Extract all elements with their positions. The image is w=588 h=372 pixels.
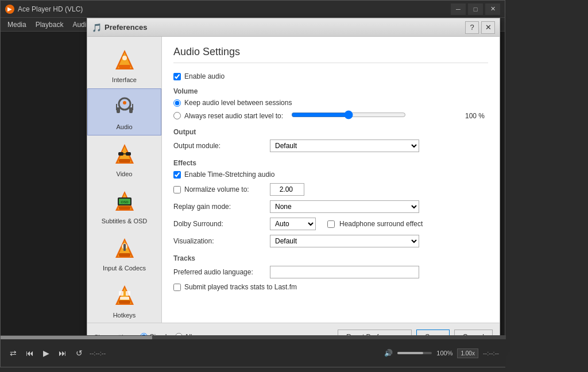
- app-titlebar: ▶ Ace Player HD (VLC) ─ □ ✕: [1, 1, 505, 18]
- effects-section-header: Effects: [173, 159, 488, 167]
- svg-rect-31: [126, 291, 130, 296]
- sidebar-item-subtitles[interactable]: OSD Subtitles & OSD: [87, 183, 161, 230]
- preferred-audio-label: Preferred audio language:: [173, 268, 265, 276]
- sidebar-item-audio[interactable]: Audio: [87, 88, 161, 135]
- player-random-button[interactable]: ⇄: [7, 347, 19, 359]
- app-titlebar-buttons: ─ □ ✕: [451, 3, 500, 15]
- hotkeys-label: Hotkeys: [113, 312, 136, 319]
- svg-rect-2: [119, 65, 130, 68]
- dialog-titlebar-buttons: ? ✕: [465, 21, 495, 34]
- enable-audio-row: Enable audio: [173, 72, 488, 80]
- sidebar-item-hotkeys[interactable]: Hotkeys: [87, 277, 161, 323]
- svg-point-3: [122, 56, 127, 60]
- svg-rect-12: [119, 159, 130, 162]
- video-icon: [111, 141, 138, 168]
- sidebar-item-video[interactable]: Video: [87, 135, 161, 183]
- preferred-audio-input[interactable]: [270, 266, 419, 278]
- dolby-select[interactable]: Auto On Off: [270, 218, 316, 230]
- subtitles-icon: OSD: [111, 188, 138, 215]
- volume-value: 100 %: [465, 112, 488, 120]
- svg-rect-24: [119, 253, 130, 257]
- lastfm-checkbox[interactable]: [173, 284, 181, 291]
- player-next-button[interactable]: ⏭: [56, 347, 69, 359]
- replay-gain-row: Replay gain mode: None Track Album: [173, 200, 488, 213]
- hotkeys-icon: [111, 282, 138, 309]
- player-play-button[interactable]: ▶: [41, 347, 52, 359]
- replay-gain-label: Replay gain mode:: [173, 203, 265, 211]
- keep-audio-label[interactable]: Keep audio level between sessions: [184, 99, 292, 107]
- reset-audio-row: Always reset audio start level to: 100 %: [173, 110, 488, 121]
- always-reset-radio[interactable]: [173, 112, 181, 119]
- dolby-label: Dolby Surround:: [173, 220, 265, 228]
- time-stretch-label[interactable]: Enable Time-Stretching audio: [184, 170, 274, 179]
- dialog-body: Interface Audio: [87, 37, 500, 323]
- normalize-checkbox[interactable]: [173, 186, 181, 193]
- interface-icon: [111, 46, 138, 74]
- visualization-label: Visualization:: [173, 237, 265, 245]
- svg-rect-29: [119, 300, 130, 304]
- dialog-titlebar: 🎵 Preferences ? ✕: [87, 18, 500, 37]
- player-prev-button[interactable]: ⏮: [24, 347, 36, 359]
- menu-playback[interactable]: Playback: [31, 18, 68, 31]
- volume-icon: 🔊: [384, 349, 393, 357]
- output-module-row: Output module: Default DirectSound WaveO…: [173, 140, 488, 152]
- normalize-spinbox[interactable]: [270, 183, 304, 196]
- output-section-header: Output: [173, 128, 488, 136]
- volume-section-header: Volume: [173, 87, 488, 95]
- dialog-title: Preferences: [105, 23, 465, 32]
- always-reset-label[interactable]: Always reset audio start level to:: [184, 112, 283, 120]
- sidebar-item-interface[interactable]: Interface: [87, 41, 161, 88]
- input-icon: [111, 235, 138, 262]
- tracks-section-header: Tracks: [173, 254, 488, 262]
- svg-rect-32: [120, 297, 129, 300]
- menu-media[interactable]: Media: [3, 18, 31, 31]
- video-label: Video: [117, 170, 133, 177]
- headphone-checkbox[interactable]: [327, 220, 335, 228]
- keep-audio-row: Keep audio level between sessions: [173, 99, 488, 107]
- player-loop-button[interactable]: ↺: [74, 347, 85, 359]
- progress-fill: [1, 336, 152, 339]
- time-stretch-checkbox[interactable]: [173, 171, 181, 179]
- lastfm-row: Submit played tracks stats to Last.fm: [173, 283, 488, 291]
- interface-label: Interface: [112, 76, 137, 83]
- svg-rect-26: [123, 244, 126, 251]
- player-bar: ⇄ ⏮ ▶ ⏭ ↺ --:--:-- 🔊 100% 1.00x --:--:--: [1, 335, 506, 367]
- volume-mini-fill: [397, 352, 423, 354]
- app-title: Ace Player HD (VLC): [18, 5, 451, 13]
- minimize-button[interactable]: ─: [451, 3, 466, 15]
- svg-point-7: [123, 101, 126, 104]
- main-content: Audio Settings Enable audio Volume Keep …: [162, 37, 500, 323]
- speed-button[interactable]: 1.00x: [457, 348, 478, 358]
- audio-icon: [111, 94, 138, 121]
- svg-rect-14: [126, 152, 131, 156]
- maximize-button[interactable]: □: [468, 3, 483, 15]
- enable-audio-label[interactable]: Enable audio: [184, 72, 225, 80]
- normalize-label[interactable]: Normalize volume to:: [184, 185, 249, 193]
- svg-rect-18: [119, 206, 130, 210]
- subtitles-label: Subtitles & OSD: [102, 218, 147, 224]
- player-time-right: --:--:--: [483, 350, 499, 356]
- visualization-select[interactable]: Default None Spectrum Scope: [270, 235, 419, 247]
- enable-audio-checkbox[interactable]: [173, 73, 181, 80]
- replay-gain-select[interactable]: None Track Album: [270, 200, 419, 213]
- input-label: Input & Codecs: [103, 265, 146, 272]
- dialog-close-button[interactable]: ✕: [481, 21, 495, 34]
- output-module-label: Output module:: [173, 142, 265, 150]
- headphone-label[interactable]: Headphone surround effect: [339, 220, 423, 228]
- audio-label: Audio: [116, 123, 132, 130]
- preferences-dialog: 🎵 Preferences ? ✕: [87, 18, 500, 351]
- app-close-button[interactable]: ✕: [485, 3, 500, 15]
- dialog-help-button[interactable]: ?: [465, 21, 479, 34]
- volume-slider[interactable]: [291, 110, 406, 119]
- preferred-audio-row: Preferred audio language:: [173, 266, 488, 278]
- progress-bar[interactable]: [1, 336, 506, 339]
- sidebar-item-input[interactable]: Input & Codecs: [87, 230, 161, 277]
- volume-mini-bar[interactable]: [397, 352, 432, 354]
- visualization-row: Visualization: Default None Spectrum Sco…: [173, 235, 488, 247]
- time-stretch-row: Enable Time-Stretching audio: [173, 170, 488, 179]
- svg-text:OSD: OSD: [121, 200, 129, 204]
- output-module-select[interactable]: Default DirectSound WaveOut: [270, 140, 419, 152]
- keep-audio-radio[interactable]: [173, 99, 181, 107]
- lastfm-label[interactable]: Submit played tracks stats to Last.fm: [184, 283, 297, 291]
- svg-rect-30: [119, 291, 123, 296]
